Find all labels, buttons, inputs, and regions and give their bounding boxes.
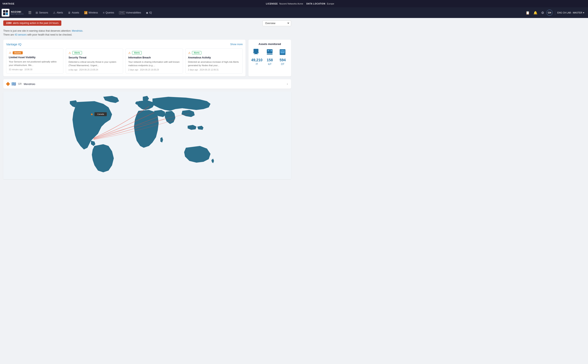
assets-title: Assets monitored: [251, 42, 288, 46]
licensee-info: LICENSEE Nozomi Networks Acme: [266, 2, 303, 5]
iot-asset-icon: [266, 48, 274, 56]
site-name: Mendrisio: [24, 83, 35, 86]
gear-button[interactable]: ⚙: [540, 10, 545, 16]
assets-monitored-panel: Assets monitored 49,210 IT: [248, 40, 291, 76]
nav-sensors[interactable]: ⊞ Sensors: [33, 10, 50, 15]
svg-rect-1: [6, 10, 8, 13]
brand-label: VANTAGE: [2, 2, 14, 5]
warning-icon-3: ⚠: [188, 51, 191, 55]
iq-badge-3: Alerts: [192, 51, 201, 55]
iot-count: 158: [264, 58, 275, 62]
report-button[interactable]: 📋: [524, 10, 531, 16]
alert-banner[interactable]: 2280 alerts requiring action in the past…: [3, 20, 61, 26]
nav-alerts[interactable]: ⚠ Alerts: [51, 10, 65, 15]
sensors-link[interactable]: 43 sensors: [14, 33, 26, 36]
show-more-link[interactable]: Show more: [230, 43, 243, 46]
svg-rect-0: [3, 10, 5, 13]
logo-box: [2, 9, 9, 17]
alert-text: alerts requiring action in the past 24 h…: [13, 22, 59, 25]
iq-icon: ◆: [146, 11, 148, 14]
svg-point-11: [271, 50, 272, 52]
iq-badge-1: Alerts: [72, 51, 82, 55]
warning-icon-1: ⚠: [68, 51, 71, 55]
canada-marker: [91, 114, 93, 115]
iq-card-3-desc: Detected an anomalous increase of high-r…: [188, 60, 240, 67]
it-icon: [251, 48, 263, 57]
svg-rect-14: [281, 51, 282, 51]
iq-card-2-desc: Your network is sharing information with…: [128, 60, 180, 67]
hamburger-button[interactable]: ☰: [27, 9, 33, 16]
iq-section-title: Vantage IQ: [6, 42, 21, 46]
queries-icon: ≡: [103, 11, 105, 14]
iq-card-2-time: 2 days ago 2024-06-25 16:05:29: [128, 69, 180, 71]
map-container: Canada: [3, 91, 291, 179]
nav-queries[interactable]: ≡ Queries: [101, 10, 116, 15]
it-count: 49,210: [251, 58, 263, 62]
nav-wireless[interactable]: 📶 Wireless: [82, 10, 100, 15]
iq-card-0-header: ⚠ Assets: [9, 51, 61, 54]
logo-text-wrap: NOZOMI NETWORKS: [11, 11, 24, 15]
ot-count: 594: [277, 58, 288, 62]
workspace-selector[interactable]: ENG CH LAB - MASTER ▾: [555, 11, 586, 15]
ot-asset-icon: [278, 48, 287, 56]
iq-card-1: ⚠ Alerts Security Threat Detected a crit…: [66, 48, 123, 73]
svg-rect-9: [267, 54, 272, 55]
vulnerabilities-icon: DVE: [119, 11, 125, 14]
iq-card-1-desc: Detected a critical security threat in y…: [68, 60, 120, 67]
topbar-center: LICENSEE Nozomi Networks Acme DATA LOCAT…: [266, 2, 334, 5]
site-info: 🇬🇷 GR Mendrisio: [7, 82, 35, 86]
iq-card-1-title: Security Threat: [68, 56, 120, 59]
site-code: GR: [18, 83, 22, 85]
info-line1: There is just one site in warning status…: [3, 29, 260, 33]
iq-card-3-title: Anomalous Activity: [188, 56, 240, 59]
nav-assets[interactable]: 🖥 Assets: [66, 10, 81, 15]
overview-dropdown[interactable]: Overview Summary Details: [263, 20, 291, 26]
ot-icon: [277, 48, 288, 57]
it-label: IT: [251, 63, 263, 65]
mendrisio-link[interactable]: Mendrisio: [72, 29, 83, 32]
wireless-icon: 📶: [84, 11, 87, 14]
iq-card-3: ⚠ Alerts Anomalous Activity Detected an …: [185, 48, 243, 73]
main-content: 2280 alerts requiring action in the past…: [0, 18, 294, 182]
iq-card-2-header: ⚠ Alerts: [128, 51, 180, 55]
nav-right: 📋 🔔 ⚙ CH ENG CH LAB - MASTER ▾: [524, 10, 586, 16]
iq-card-0: ⚠ Assets Limited Asset Visibility Your S…: [6, 48, 63, 73]
nav-iq[interactable]: ◆ IQ: [144, 10, 154, 15]
svg-rect-15: [283, 51, 284, 51]
alerts-icon: ⚠: [53, 11, 56, 14]
iq-card-0-desc: Your Sensors are not positioned optimall…: [9, 60, 61, 67]
warning-icon-0: ⚠: [9, 51, 12, 54]
site-chevron-icon: ›: [287, 82, 288, 86]
asset-iot: 158 IoT: [264, 48, 275, 65]
top-info-left: 2280 alerts requiring action in the past…: [3, 20, 260, 37]
iq-cards-grid: ⚠ Assets Limited Asset Visibility Your S…: [6, 48, 243, 73]
bell-button[interactable]: 🔔: [532, 10, 539, 16]
overview-select-wrap: Overview Summary Details: [263, 20, 291, 26]
assets-grid: 49,210 IT 158 IoT: [251, 48, 288, 65]
vantage-iq-section: Vantage IQ Show more ⚠ Assets Limited As…: [3, 40, 245, 76]
site-flag-icon: 🇬🇷: [12, 82, 16, 86]
map-section: Canada: [3, 91, 291, 179]
assets-icon: 🖥: [68, 11, 71, 14]
svg-rect-5: [253, 52, 259, 53]
iq-card-0-title: Limited Asset Visibility: [9, 56, 61, 59]
nav-vulnerabilities[interactable]: DVE Vulnerabilities: [117, 10, 143, 15]
iq-card-section: Vantage IQ Show more ⚠ Assets Limited As…: [3, 40, 245, 76]
workspace-chevron-icon: ▾: [583, 12, 584, 14]
iq-card-0-time: 32 minutes ago 10:06:30: [9, 68, 61, 71]
site-diamond-icon: [6, 82, 10, 86]
iq-card-3-header: ⚠ Alerts: [188, 51, 240, 55]
svg-rect-7: [254, 53, 258, 54]
iq-card-3-time: 2 days ago 2024-06-25 12:06:31: [188, 69, 240, 71]
nav-logo: NOZOMI NETWORKS: [2, 9, 24, 17]
warning-icon-2: ⚠: [128, 51, 131, 55]
main-top-section: Vantage IQ Show more ⚠ Assets Limited As…: [3, 40, 291, 76]
site-row[interactable]: 🇬🇷 GR Mendrisio ›: [3, 79, 291, 89]
data-location-info: DATA LOCATION Europe: [306, 2, 334, 5]
iot-icon: [264, 48, 275, 57]
world-map-svg: Canada: [3, 91, 291, 179]
svg-rect-6: [255, 53, 257, 53]
iot-label: IoT: [264, 63, 275, 65]
avatar-button[interactable]: CH: [547, 10, 553, 16]
svg-rect-16: [281, 52, 284, 52]
